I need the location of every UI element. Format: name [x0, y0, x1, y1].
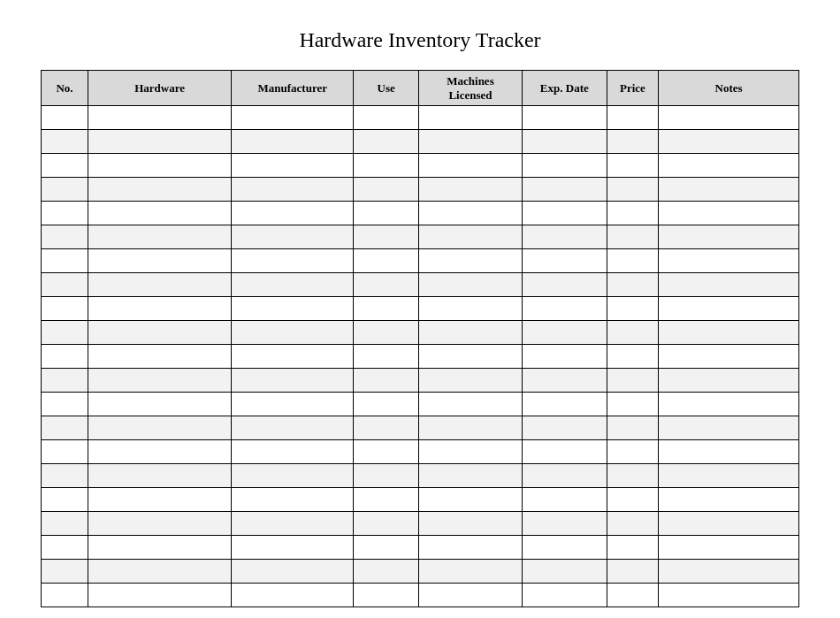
table-cell	[354, 536, 419, 560]
table-cell	[607, 393, 658, 416]
table-cell	[232, 273, 354, 297]
table-cell	[88, 416, 231, 440]
table-cell	[659, 536, 799, 560]
table-row	[42, 249, 799, 273]
table-cell	[419, 536, 523, 560]
table-cell	[88, 225, 231, 249]
table-cell	[522, 369, 607, 393]
table-cell	[419, 345, 523, 369]
table-cell	[522, 273, 607, 297]
table-row	[42, 512, 799, 536]
table-cell	[607, 488, 658, 512]
table-cell	[607, 106, 658, 130]
table-cell	[607, 584, 658, 607]
table-cell	[419, 321, 523, 345]
col-header-no: No.	[42, 71, 88, 106]
table-cell	[42, 106, 88, 130]
table-cell	[232, 154, 354, 178]
col-header-use: Use	[354, 71, 419, 106]
inventory-table: No. Hardware Manufacturer Use MachinesLi…	[41, 70, 799, 607]
table-cell	[232, 321, 354, 345]
table-cell	[522, 178, 607, 202]
table-cell	[88, 130, 231, 154]
table-cell	[659, 130, 799, 154]
table-row	[42, 560, 799, 584]
table-cell	[42, 536, 88, 560]
table-cell	[88, 178, 231, 202]
table-cell	[659, 273, 799, 297]
table-cell	[42, 369, 88, 393]
table-cell	[232, 416, 354, 440]
table-cell	[659, 584, 799, 607]
table-row	[42, 393, 799, 416]
table-cell	[42, 321, 88, 345]
col-header-price: Price	[607, 71, 658, 106]
table-cell	[419, 416, 523, 440]
table-row	[42, 345, 799, 369]
table-cell	[419, 225, 523, 249]
table-cell	[232, 464, 354, 488]
table-cell	[522, 297, 607, 321]
table-cell	[88, 345, 231, 369]
table-cell	[88, 202, 231, 225]
table-cell	[88, 560, 231, 584]
table-cell	[607, 178, 658, 202]
table-cell	[354, 321, 419, 345]
table-cell	[88, 249, 231, 273]
table-cell	[522, 416, 607, 440]
table-cell	[88, 512, 231, 536]
table-cell	[607, 273, 658, 297]
table-cell	[522, 560, 607, 584]
table-cell	[659, 369, 799, 393]
table-cell	[42, 297, 88, 321]
table-cell	[419, 154, 523, 178]
table-row	[42, 440, 799, 464]
table-cell	[42, 560, 88, 584]
table-cell	[88, 321, 231, 345]
table-cell	[419, 106, 523, 130]
table-cell	[42, 464, 88, 488]
table-cell	[42, 584, 88, 607]
table-cell	[607, 464, 658, 488]
table-cell	[88, 584, 231, 607]
table-cell	[42, 249, 88, 273]
table-cell	[607, 416, 658, 440]
table-cell	[419, 202, 523, 225]
table-cell	[232, 130, 354, 154]
table-cell	[419, 440, 523, 464]
table-cell	[354, 130, 419, 154]
table-cell	[419, 130, 523, 154]
table-cell	[354, 273, 419, 297]
table-cell	[607, 249, 658, 273]
table-cell	[659, 512, 799, 536]
table-cell	[659, 202, 799, 225]
table-cell	[88, 369, 231, 393]
table-cell	[42, 440, 88, 464]
table-cell	[42, 488, 88, 512]
table-cell	[354, 488, 419, 512]
table-cell	[419, 512, 523, 536]
table-cell	[419, 297, 523, 321]
table-cell	[659, 297, 799, 321]
table-row	[42, 488, 799, 512]
table-cell	[659, 440, 799, 464]
table-row	[42, 273, 799, 297]
table-cell	[522, 440, 607, 464]
table-cell	[88, 273, 231, 297]
table-cell	[232, 488, 354, 512]
table-cell	[354, 416, 419, 440]
table-cell	[522, 225, 607, 249]
table-cell	[232, 202, 354, 225]
table-cell	[232, 584, 354, 607]
col-header-notes: Notes	[659, 71, 799, 106]
table-cell	[522, 154, 607, 178]
table-row	[42, 416, 799, 440]
table-cell	[522, 345, 607, 369]
table-cell	[522, 488, 607, 512]
table-cell	[522, 130, 607, 154]
table-cell	[607, 512, 658, 536]
table-cell	[88, 106, 231, 130]
table-cell	[607, 440, 658, 464]
table-cell	[354, 369, 419, 393]
table-cell	[88, 393, 231, 416]
